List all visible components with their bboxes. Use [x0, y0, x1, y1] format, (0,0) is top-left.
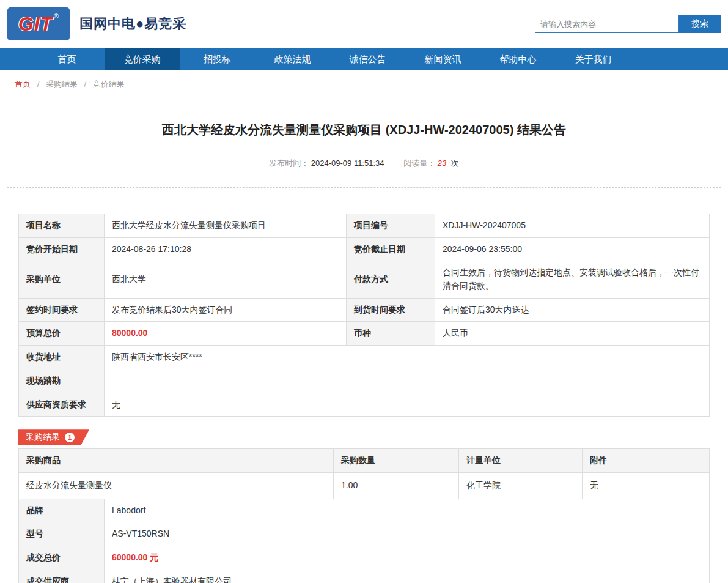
model-label: 型号: [19, 522, 105, 546]
column-quantity: 采购数量: [334, 449, 459, 473]
table-row: 项目名称 西北大学经皮水分流失量测量仪采购项目 项目编号 XDJJ-HW-202…: [19, 214, 710, 238]
column-product: 采购商品: [19, 449, 334, 473]
purchase-result-badge-label: 采购结果: [26, 432, 60, 443]
bid-start-value: 2024-08-26 17:10:28: [105, 237, 347, 261]
qualification-label: 供应商资质要求: [19, 393, 105, 417]
table-row: 预算总价 80000.00 币种 人民币: [19, 322, 710, 346]
brand-value: Labodorf: [105, 499, 710, 522]
nav-item-bidding-purchase[interactable]: 竞价采购: [105, 48, 180, 70]
project-name-label: 项目名称: [19, 214, 105, 238]
search-button[interactable]: 搜索: [679, 15, 721, 33]
product-unit: 化工学院: [459, 472, 583, 499]
payment-value: 合同生效后，待货物到达指定地点、安装调试验收合格后，一次性付清合同货款。: [435, 261, 710, 298]
nav-item-tender[interactable]: 招投标: [180, 48, 255, 70]
column-unit: 计量单位: [459, 449, 583, 473]
announcement-card: 西北大学经皮水分流失量测量仪采购项目 (XDJJ-HW-202407005) 结…: [7, 98, 721, 583]
product-name: 经皮水分流失量测量仪: [19, 472, 334, 499]
table-row: 品牌 Labodorf: [19, 499, 710, 522]
site-logo[interactable]: GIT ®: [7, 7, 70, 40]
purchase-result-badge: 采购结果 1: [18, 429, 89, 445]
purchase-result-detail-table: 品牌 Labodorf 型号 AS-VT150RSN 成交总价 60000.00…: [18, 499, 710, 583]
nav-item-integrity-notice[interactable]: 诚信公告: [330, 48, 405, 70]
table-row: 采购单位 西北大学 付款方式 合同生效后，待货物到达指定地点、安装调试验收合格后…: [19, 261, 710, 298]
product-attachment: 无: [583, 472, 710, 499]
publish-time-value: 2024-09-09 11:51:34: [311, 158, 384, 168]
table-row: 签约时间要求 发布竞价结果后30天内签订合同 到货时间要求 合同签订后30天内送…: [19, 298, 710, 322]
buyer-label: 采购单位: [19, 261, 105, 298]
qualification-value: 无: [105, 393, 710, 417]
supplier-label: 成交供应商: [19, 570, 105, 583]
brand-label: 品牌: [19, 499, 105, 522]
breadcrumb-separator: /: [37, 80, 40, 89]
buyer-value: 西北大学: [105, 261, 347, 298]
project-name-value: 西北大学经皮水分流失量测量仪采购项目: [105, 214, 347, 238]
breadcrumb-bidding-results: 竞价结果: [93, 80, 125, 89]
address-value: 陕西省西安市长安区****: [105, 346, 710, 369]
project-no-label: 项目编号: [347, 214, 435, 238]
table-row: 型号 AS-VT150RSN: [19, 522, 710, 546]
dashed-divider: [7, 187, 721, 188]
site-survey-label: 现场踏勘: [19, 369, 105, 393]
site-survey-value: [105, 369, 710, 393]
logo-git-text: GIT: [18, 13, 53, 35]
bid-start-label: 竞价开始日期: [19, 237, 105, 261]
main-navigation: 首页 竞价采购 招投标 政策法规 诚信公告 新闻资讯 帮助中心 关于我们: [0, 48, 728, 70]
article-meta: 发布时间： 2024-09-09 11:51:34 阅读量： 23 次: [7, 158, 721, 169]
project-no-value: XDJJ-HW-202407005: [435, 214, 710, 238]
nav-item-about-us[interactable]: 关于我们: [556, 48, 631, 70]
table-row: 供应商资质要求 无: [19, 393, 710, 417]
currency-value: 人民币: [435, 322, 710, 346]
bid-end-value: 2024-09-06 23:55:00: [435, 237, 710, 261]
page-title: 西北大学经皮水分流失量测量仪采购项目 (XDJJ-HW-202407005) 结…: [7, 122, 721, 138]
breadcrumb-home[interactable]: 首页: [15, 80, 31, 89]
column-attachment: 附件: [583, 449, 710, 473]
budget-label: 预算总价: [19, 322, 105, 346]
views-label: 阅读量：: [403, 158, 435, 168]
top-header: GIT ® 国网中电●易竞采 搜索: [0, 0, 728, 48]
bid-end-label: 竞价截止日期: [347, 237, 435, 261]
supplier-value: 桂宁（上海）实验器材有限公司: [105, 570, 710, 583]
sign-time-value: 发布竞价结果后30天内签订合同: [105, 298, 347, 322]
address-label: 收货地址: [19, 346, 105, 369]
model-value: AS-VT150RSN: [105, 522, 710, 546]
table-row: 收货地址 陕西省西安市长安区****: [19, 346, 710, 369]
deal-total-label: 成交总价: [19, 546, 105, 570]
table-row: 现场踏勘: [19, 369, 710, 393]
project-info-table: 项目名称 西北大学经皮水分流失量测量仪采购项目 项目编号 XDJJ-HW-202…: [18, 214, 710, 417]
views-count: 23: [438, 158, 446, 168]
nav-item-help-center[interactable]: 帮助中心: [480, 48, 556, 70]
nav-item-news[interactable]: 新闻资讯: [405, 48, 480, 70]
nav-item-policy[interactable]: 政策法规: [255, 48, 330, 70]
logo-registered-mark: ®: [54, 12, 59, 20]
breadcrumb: 首页 / 采购结果 / 竞价结果: [0, 70, 728, 98]
purchase-result-count: 1: [65, 433, 75, 442]
purchase-result-table: 采购商品 采购数量 计量单位 附件 经皮水分流失量测量仪 1.00 化工学院 无: [18, 448, 710, 499]
table-header-row: 采购商品 采购数量 计量单位 附件: [19, 449, 710, 473]
delivery-time-value: 合同签订后30天内送达: [435, 298, 710, 322]
breadcrumb-separator: /: [84, 80, 87, 89]
table-row: 经皮水分流失量测量仪 1.00 化工学院 无: [19, 472, 710, 499]
deal-total-value: 60000.00 元: [105, 546, 710, 570]
views-unit: 次: [451, 158, 459, 168]
table-row: 竞价开始日期 2024-08-26 17:10:28 竞价截止日期 2024-0…: [19, 237, 710, 261]
search-bar: 搜索: [535, 15, 721, 33]
table-row: 成交供应商 桂宁（上海）实验器材有限公司: [19, 570, 710, 583]
publish-time-label: 发布时间：: [269, 158, 309, 168]
nav-item-home[interactable]: 首页: [29, 48, 105, 70]
sign-time-label: 签约时间要求: [19, 298, 105, 322]
budget-value: 80000.00: [105, 322, 347, 346]
delivery-time-label: 到货时间要求: [347, 298, 435, 322]
breadcrumb-purchase-results[interactable]: 采购结果: [46, 80, 78, 89]
table-row: 成交总价 60000.00 元: [19, 546, 710, 570]
search-input[interactable]: [535, 15, 679, 33]
site-title: 国网中电●易竞采: [79, 15, 186, 33]
product-quantity: 1.00: [334, 472, 459, 499]
payment-label: 付款方式: [347, 261, 435, 298]
currency-label: 币种: [347, 322, 435, 346]
